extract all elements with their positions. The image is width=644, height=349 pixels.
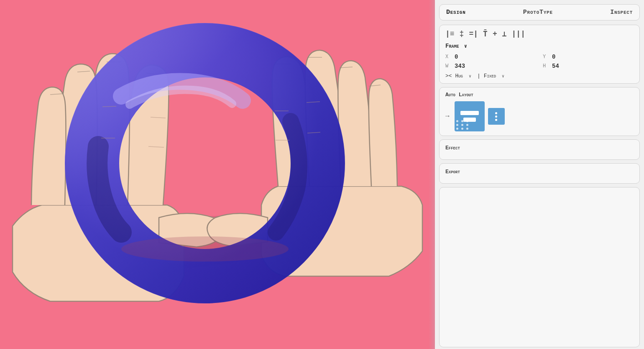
frame-props-grid: X 0 Y 0 W 343 H 54 bbox=[445, 54, 634, 69]
svg-point-12 bbox=[121, 236, 289, 262]
export-section: Export bbox=[439, 163, 640, 184]
align-top-icon[interactable]: T̄ bbox=[483, 29, 488, 38]
tools-section: |≡ ‡ =| T̄ + ⊥ ||| Frame ∨ X 0 Y 0 W bbox=[439, 25, 640, 84]
layout-visual bbox=[455, 101, 505, 131]
bottom-empty-section bbox=[439, 187, 640, 347]
hug-dropdown[interactable]: ∨ bbox=[469, 74, 471, 79]
align-center-v-icon[interactable]: + bbox=[493, 30, 497, 38]
align-bottom-icon[interactable]: ⊥ bbox=[502, 29, 507, 38]
h-prop-row: H 54 bbox=[543, 63, 634, 69]
right-panel: Design ProtoType Inspect |≡ ‡ =| T̄ + ⊥ … bbox=[435, 0, 644, 349]
fixed-dropdown[interactable]: ∨ bbox=[502, 74, 504, 79]
tabs-section: Design ProtoType Inspect bbox=[439, 4, 640, 21]
layout-box-main bbox=[455, 101, 485, 131]
dot-grid bbox=[456, 120, 470, 130]
tab-prototype[interactable]: ProtoType bbox=[523, 9, 553, 16]
h-label: H bbox=[543, 63, 549, 69]
x-label: X bbox=[445, 54, 452, 60]
auto-layout-section: Auto Layout → bbox=[439, 87, 640, 136]
three-dots-icon bbox=[495, 112, 497, 121]
y-prop-row: Y 0 bbox=[543, 54, 634, 60]
alignment-tools-row: |≡ ‡ =| T̄ + ⊥ ||| bbox=[445, 29, 634, 38]
export-title: Export bbox=[445, 169, 634, 175]
frame-label: Frame ∨ bbox=[445, 43, 634, 49]
auto-layout-content: → bbox=[445, 101, 634, 131]
hug-fixed-row: >< Hug ∨ | Fixed ∨ bbox=[445, 73, 634, 79]
canvas-area bbox=[0, 0, 435, 349]
align-right-icon[interactable]: =| bbox=[469, 30, 478, 38]
y-label: Y bbox=[543, 54, 549, 60]
align-center-h-icon[interactable]: ‡ bbox=[460, 30, 464, 38]
distribute-icon[interactable]: ||| bbox=[512, 30, 525, 38]
tab-design[interactable]: Design bbox=[446, 9, 466, 16]
y-value[interactable]: 0 bbox=[552, 54, 555, 60]
hug-label[interactable]: >< Hug bbox=[445, 73, 463, 79]
auto-layout-arrow: → bbox=[445, 113, 450, 120]
x-value[interactable]: 0 bbox=[455, 54, 458, 60]
auto-layout-title: Auto Layout bbox=[445, 92, 634, 98]
w-prop-row: W 343 bbox=[445, 63, 536, 69]
frame-dropdown-arrow[interactable]: ∨ bbox=[464, 44, 467, 49]
inner-bar-1 bbox=[460, 111, 479, 115]
fixed-label[interactable]: | Fixed bbox=[477, 73, 496, 79]
effect-title: Effect bbox=[445, 145, 634, 151]
layout-box-side bbox=[488, 108, 505, 125]
w-value[interactable]: 343 bbox=[455, 63, 465, 69]
effect-section: Effect bbox=[439, 139, 640, 160]
tab-inspect[interactable]: Inspect bbox=[610, 9, 633, 16]
w-label: W bbox=[445, 63, 452, 69]
x-prop-row: X 0 bbox=[445, 54, 536, 60]
svg-line-15 bbox=[102, 106, 116, 107]
align-left-icon[interactable]: |≡ bbox=[445, 30, 455, 38]
h-value[interactable]: 54 bbox=[552, 63, 559, 69]
